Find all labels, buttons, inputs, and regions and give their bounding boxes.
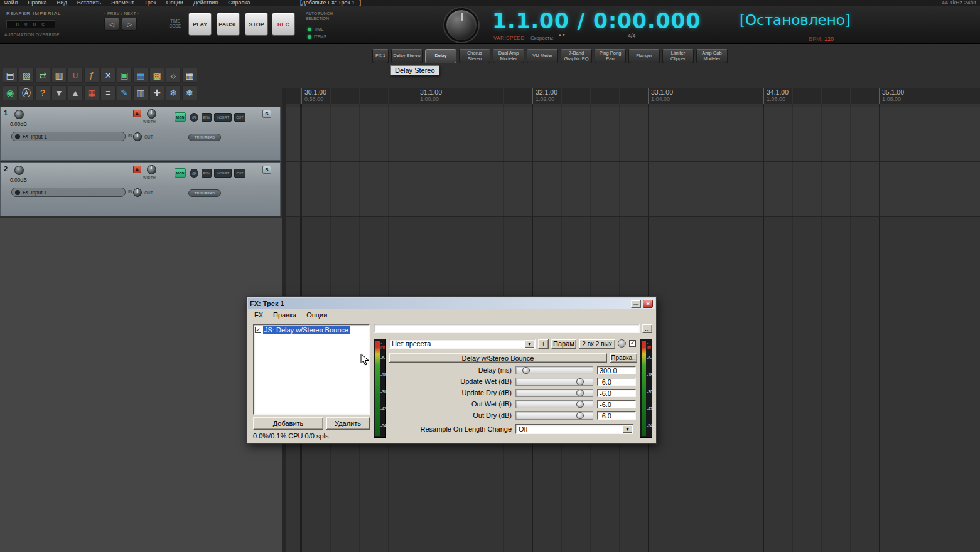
fx-chain-list[interactable]: JS: Delay w/Stereo Bounce [253,324,370,415]
next-marker-button[interactable]: ▷ [122,18,137,31]
render-icon[interactable]: ▥ [51,68,67,83]
track-panel[interactable]: 20.00dBFXInput 1INAWIDTHOUTMONØENVINSERT… [0,162,281,216]
preset-dropdown[interactable]: Нет пресета [389,339,536,349]
meter-icon[interactable]: ▥ [133,85,148,100]
monitor-button[interactable]: MON [175,168,186,178]
slider-track[interactable] [515,411,593,420]
color-palette-icon[interactable]: ▦ [84,85,99,100]
envelope-button[interactable]: ENV [202,169,212,178]
slider-value[interactable]: -6.0 [597,411,636,420]
matrix-icon[interactable]: ▦ [182,68,197,83]
new-project-icon[interactable]: ▤ [3,68,18,83]
phase-button[interactable]: Ø [190,169,198,178]
menubar-item-6[interactable]: Опции [166,0,183,6]
fx-shortcut-button[interactable]: VU Meter [527,49,558,63]
insert-button[interactable]: INSERT [214,169,232,178]
slider-track[interactable] [515,366,593,374]
dialog-menu-item-0[interactable]: FX [249,311,268,319]
crossfade-icon[interactable]: ✕ [100,68,116,83]
grid-icon[interactable]: ▩ [149,68,164,83]
menubar-item-7[interactable]: Действия [193,0,218,6]
time-signature[interactable]: 4/4 [628,33,636,39]
punch-time-option[interactable]: TIME [308,27,324,31]
envelope-button[interactable]: ENV [202,113,212,122]
menubar-item-2[interactable]: Вид [57,0,67,6]
playrate-knob[interactable] [444,8,478,42]
solo-button[interactable]: S [262,166,271,174]
width-knob[interactable] [147,165,156,174]
tools-icon[interactable]: ✚ [149,85,164,100]
fx-chain-item[interactable]: JS: Delay w/Stereo Bounce [254,325,369,334]
delete-fx-button[interactable]: Удалить [326,417,370,430]
menubar-item-5[interactable]: Трек [144,0,156,6]
monitor-fx-icon[interactable]: ◉ [3,85,18,100]
collapse-tracks-icon[interactable]: ▼ [51,85,67,100]
brightness-icon[interactable]: ☼ [166,68,181,83]
mixer-icon[interactable]: ▦ [133,68,148,83]
pause-button[interactable]: PAUSE [217,13,240,36]
add-fx-button[interactable]: Добавить [253,417,323,430]
freeze-alt-icon[interactable]: ❅ [182,85,197,100]
fx-shortcut-button[interactable]: Flanger [628,49,660,63]
fx-enabled-checkbox[interactable] [255,327,261,333]
solo-button[interactable]: S [262,110,271,118]
fx-shortcut-button[interactable]: 7-Band Graphic EQ [561,49,592,63]
slider-thumb[interactable] [576,390,584,396]
plugin-edit-button[interactable]: Правка.. [610,353,637,363]
wet-dry-knob[interactable] [618,339,626,348]
timeline-ruler[interactable]: 30.1.000:58.0031.1.001:00.0032.1.001:02.… [286,88,980,104]
fx-shortcut-button[interactable]: FX 1 [372,49,389,63]
dialog-menu-item-2[interactable]: Опции [301,311,332,319]
volume-knob[interactable] [14,110,24,119]
open-project-icon[interactable]: ▧ [19,68,34,83]
trim-read-button[interactable]: TRIM/READ [188,189,221,197]
help-icon[interactable]: ? [35,85,50,100]
slider-value[interactable]: 300.0 [597,366,636,374]
menubar-item-0[interactable]: Файл [4,0,18,6]
resample-dropdown[interactable]: Off [515,424,633,434]
monitor-button[interactable]: MON [175,112,186,122]
width-knob[interactable] [147,109,156,119]
freeze-icon[interactable]: ❄ [166,85,181,100]
transport-position[interactable]: 1.1.00 / 0:00.000 [492,9,701,33]
menubar-item-4[interactable]: Элемент [111,0,134,6]
minimize-icon[interactable]: — [631,300,641,308]
volume-knob[interactable] [14,166,24,175]
slider-value[interactable]: -6.0 [597,400,636,408]
slider-value[interactable]: -6.0 [597,389,636,397]
media-explorer-icon[interactable]: ▣ [117,68,132,83]
slider-thumb[interactable] [576,378,584,385]
fx-shortcut-button[interactable]: Chorus Stereo [459,49,490,63]
slider-thumb[interactable] [522,367,530,374]
insert-button[interactable]: INSERT [214,113,232,122]
trim-read-button[interactable]: TRIM/READ [188,134,221,141]
track-lane-1[interactable] [286,107,980,162]
slider-thumb[interactable] [576,412,584,419]
edit-pencil-icon[interactable]: ✎ [117,85,132,100]
envelope-icon[interactable]: ƒ [84,68,99,83]
bypass-checkbox[interactable] [629,340,636,347]
fx-shortcut-button[interactable]: Delay [425,49,456,63]
bpm-display[interactable]: BPM:120 [809,36,834,42]
preset-plus-button[interactable]: + [538,339,549,349]
automation-button[interactable]: A [133,110,141,117]
slider-value[interactable]: -6.0 [597,378,636,386]
param-button[interactable]: Парам [551,339,576,349]
fx-shortcut-button[interactable]: Amp Cab Modeler [696,49,728,63]
out-knob[interactable] [133,188,142,197]
track-io-pill[interactable]: FXInput 1 [11,132,126,141]
io-routing-button[interactable]: 2 вх 2 вых [579,339,615,349]
cut-button[interactable]: CUT [234,113,245,122]
record-arm-icon[interactable] [15,134,20,139]
track-panel[interactable]: 10.00dBFXInput 1INAWIDTHOUTMONØENVINSERT… [0,107,281,161]
phase-button[interactable]: Ø [190,113,198,122]
menubar-item-1[interactable]: Правка [28,0,46,6]
fx-shortcut-button[interactable]: Ping Pong Pan [595,49,626,63]
dialog-menu-item-1[interactable]: Правка [268,311,301,319]
snap-magnet-icon[interactable]: ∪ [68,68,83,83]
slider-thumb[interactable] [576,401,584,408]
lock-icon[interactable]: Ⓐ [19,85,34,100]
slider-track[interactable] [515,400,593,408]
stop-button[interactable]: STOP [245,13,268,36]
slider-track[interactable] [515,389,593,397]
